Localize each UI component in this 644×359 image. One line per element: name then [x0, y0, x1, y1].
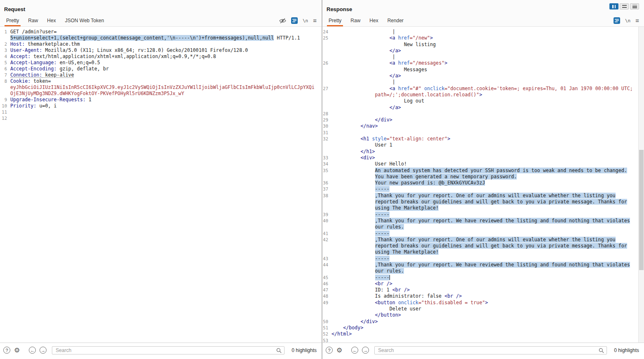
request-editor[interactable]: 1GET /admin?user=5+union+select+1,(selec… [0, 27, 322, 343]
code-row[interactable]: 28 [322, 111, 644, 117]
syntax-highlight-button[interactable] [291, 17, 298, 24]
tab-pretty[interactable]: Pretty [2, 16, 23, 26]
code-row[interactable]: 42 ,Thank you for your report. One of ou… [322, 237, 644, 243]
syntax-highlight-button[interactable] [614, 17, 620, 24]
tab-raw[interactable]: Raw [23, 16, 42, 26]
code-row[interactable]: 39 ----- [322, 212, 644, 218]
show-newlines-button[interactable]: \n [303, 18, 308, 23]
code-row[interactable]: 51 </body> [322, 325, 644, 331]
code-row[interactable]: 26 <a href="/messages"> [322, 60, 644, 66]
newline-icon: \n [625, 18, 630, 23]
code-row[interactable]: </a> [322, 48, 644, 54]
search-settings-button[interactable]: ⚙ [14, 347, 20, 354]
tab-hex[interactable]: Hex [365, 16, 383, 26]
search-settings-button[interactable]: ⚙ [336, 347, 342, 354]
code-row[interactable]: 25 <a href="/new"> [322, 35, 644, 41]
code-row[interactable]: using The Marketplace! [322, 249, 644, 255]
code-row[interactable]: </a> [322, 73, 644, 79]
code-row[interactable]: 34 User Hello! [322, 161, 644, 167]
code-row[interactable]: 38 ,Thank you for your report. One of ou… [322, 193, 644, 199]
code-row[interactable]: 53 [322, 338, 644, 343]
code-row[interactable]: reported breaks our guidelines and will … [322, 199, 644, 205]
code-row[interactable]: 45 ----- [322, 275, 644, 281]
search-prev-button[interactable]: ← [351, 347, 358, 354]
code-row[interactable]: You have been generated a new temporary … [322, 174, 644, 180]
code-row[interactable]: 44 ,Thank you for your report. We have r… [322, 262, 644, 268]
scrollbar-thumb[interactable] [639, 150, 644, 270]
code-row[interactable]: 33 <div> [322, 155, 644, 161]
code-row[interactable]: 43 ----- [322, 256, 644, 262]
line-number: 8 [0, 78, 10, 84]
code-row[interactable]: 50 </div> [322, 319, 644, 325]
code-row[interactable]: </button> [322, 312, 644, 318]
code-row[interactable]: 37 ----- [322, 186, 644, 192]
code-row[interactable]: 1GET /admin?user= [0, 29, 322, 35]
code-row[interactable]: Log out [322, 98, 644, 104]
code-row[interactable]: | [322, 54, 644, 60]
tab-json-web-token[interactable]: JSON Web Token [61, 16, 109, 26]
code-row[interactable]: 29 </div> [322, 117, 644, 123]
code-row[interactable]: Messages [322, 67, 644, 73]
help-button[interactable]: ? [326, 347, 333, 354]
code-text: </a> [331, 105, 401, 111]
code-row[interactable]: path=/;';document.location.reload()"> [322, 92, 644, 98]
code-row[interactable]: 48 Is administrator: false <br /> [322, 293, 644, 299]
code-row[interactable]: 47 ID: 1 <br /> [322, 287, 644, 293]
code-row[interactable]: 5+union+select+1,(select+group_concat(me… [0, 35, 322, 41]
code-row[interactable]: </a> [322, 105, 644, 111]
code-row[interactable]: 49 <button onclick="this.disabled = true… [322, 300, 644, 306]
code-row[interactable]: 41 ----- [322, 231, 644, 237]
code-row[interactable]: 46 <br /> [322, 281, 644, 287]
tab-raw[interactable]: Raw [346, 16, 365, 26]
code-row[interactable]: 30 </nav> [322, 123, 644, 129]
response-editor[interactable]: 24 |25 <a href="/new"> New listing </a> … [322, 27, 644, 343]
code-row[interactable]: 6Accept-Encoding: gzip, deflate, br [0, 66, 322, 72]
tab-hex[interactable]: Hex [42, 16, 60, 26]
code-row[interactable]: 8Cookie: token= [0, 78, 322, 84]
code-row[interactable]: 12 [0, 115, 322, 121]
code-row[interactable]: New listing [322, 42, 644, 48]
code-row[interactable]: 36 Your new password is: @b_ENXkGYUCAv3z… [322, 180, 644, 186]
code-row[interactable]: eyJhbGciOiJIUzI1NiIsInR5cCI6IkpXVCJ9.eyJ… [0, 84, 322, 91]
editor-menu-button[interactable]: ≡ [635, 19, 639, 23]
code-row[interactable]: 35 An automated system has detected your… [322, 168, 644, 174]
code-row[interactable]: 5Accept-Language: en-US,en;q=0.5 [0, 60, 322, 66]
show-newlines-button[interactable]: \n [625, 18, 630, 23]
code-row[interactable]: 3User-Agent: Mozilla/5.0 (X11; Linux x86… [0, 47, 322, 54]
visibility-toggle-button[interactable] [279, 18, 286, 23]
code-row[interactable]: 4Accept: text/html,application/xhtml+xml… [0, 54, 322, 60]
code-row[interactable]: 11 [0, 109, 322, 115]
code-row[interactable]: 52</html> [322, 331, 644, 337]
search-prev-button[interactable]: ← [29, 347, 36, 354]
code-row[interactable]: reported breaks our guidelines and will … [322, 243, 644, 249]
search-next-button[interactable]: → [362, 347, 369, 354]
layout-tabs-button[interactable] [630, 3, 639, 9]
code-row[interactable]: 10Priority: u=0, i [0, 103, 322, 109]
layout-rows-button[interactable] [620, 3, 629, 9]
code-row[interactable]: using The Marketplace! [322, 205, 644, 211]
response-search-input[interactable] [374, 346, 607, 354]
code-row[interactable]: 27 <a href="#" onclick="document.cookie=… [322, 86, 644, 92]
code-row[interactable]: 40 ,Thank you for your report. We have r… [322, 218, 644, 224]
code-row[interactable]: 31 [322, 130, 644, 136]
code-row[interactable]: | [322, 79, 644, 85]
code-row[interactable]: 9Upgrade-Insecure-Requests: 1 [0, 97, 322, 103]
response-scrollbar[interactable] [638, 27, 644, 343]
layout-columns-button[interactable] [609, 3, 618, 9]
editor-menu-button[interactable]: ≡ [313, 19, 317, 23]
code-row[interactable]: OjE3NjUyMDg3NDZ9.dWHKYogFoktOY-PKVefPOHy… [0, 91, 322, 97]
code-row[interactable]: User 1 [322, 142, 644, 148]
code-row[interactable]: Delete user [322, 306, 644, 312]
tab-render[interactable]: Render [383, 16, 408, 26]
code-row[interactable]: 7Connection: keep-alive [0, 72, 322, 78]
help-button[interactable]: ? [3, 347, 10, 354]
code-row[interactable]: 2Host: themarketplace.thm [0, 41, 322, 47]
code-row[interactable]: 24 | [322, 29, 644, 35]
code-row[interactable]: </h1> [322, 149, 644, 155]
code-row[interactable]: our rules. [322, 268, 644, 274]
search-next-button[interactable]: → [40, 347, 47, 354]
request-search-input[interactable] [52, 346, 285, 354]
code-row[interactable]: 32 <h1 style="text-align: center"> [322, 136, 644, 142]
tab-pretty[interactable]: Pretty [324, 16, 346, 26]
code-row[interactable]: our rules. [322, 224, 644, 230]
